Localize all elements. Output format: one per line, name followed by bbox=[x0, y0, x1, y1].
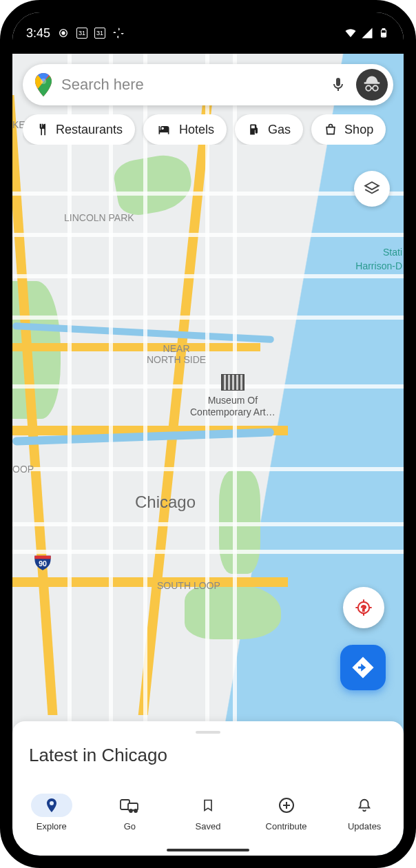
map-label-near-north: NEAR NORTH SIDE bbox=[147, 343, 206, 365]
svg-point-8 bbox=[373, 85, 378, 91]
explore-pin-icon bbox=[43, 797, 60, 814]
bookmark-icon bbox=[201, 797, 215, 814]
commute-icon bbox=[120, 797, 139, 814]
bell-icon bbox=[357, 797, 372, 814]
svg-text:90: 90 bbox=[39, 559, 47, 568]
mic-button[interactable] bbox=[324, 71, 352, 99]
calendar-icon: 31 bbox=[76, 28, 87, 39]
layers-icon bbox=[363, 180, 381, 198]
maps-logo-icon bbox=[35, 73, 52, 96]
directions-icon bbox=[351, 656, 375, 679]
wifi-icon bbox=[344, 27, 357, 39]
sheet-handle[interactable] bbox=[196, 731, 220, 734]
nav-go[interactable]: Go bbox=[102, 794, 157, 831]
nav-updates[interactable]: Updates bbox=[337, 794, 392, 831]
svg-point-14 bbox=[134, 809, 137, 812]
chip-hotels[interactable]: Hotels bbox=[143, 114, 227, 145]
search-input[interactable]: Search here bbox=[61, 76, 324, 94]
map-label-city: Chicago bbox=[135, 493, 196, 512]
chip-shopping[interactable]: Shop bbox=[311, 114, 386, 145]
layers-button[interactable] bbox=[354, 171, 390, 207]
chip-restaurants[interactable]: Restaurants bbox=[23, 114, 135, 145]
map-label-lincoln-park: LINCOLN PARK bbox=[64, 212, 134, 223]
map-label-harrison: Harrison-D bbox=[355, 260, 402, 271]
nav-label: Go bbox=[124, 821, 136, 831]
battery-icon bbox=[377, 27, 390, 39]
mic-icon bbox=[330, 76, 346, 93]
category-chips: Restaurants Hotels Gas Shop bbox=[23, 114, 404, 145]
pinwheel-icon bbox=[112, 27, 125, 39]
chip-label: Shop bbox=[344, 123, 373, 137]
map-label-loop: OOP bbox=[12, 464, 34, 475]
nav-explore[interactable]: Explore bbox=[24, 794, 79, 831]
bottom-sheet[interactable]: Latest in Chicago bbox=[12, 721, 404, 787]
calendar-icon-2: 31 bbox=[94, 28, 105, 39]
nav-label: Explore bbox=[37, 821, 67, 831]
chip-gas[interactable]: Gas bbox=[235, 114, 303, 145]
hotel-icon bbox=[156, 123, 172, 136]
chip-label: Gas bbox=[268, 123, 291, 137]
locate-button[interactable]: ? bbox=[343, 587, 384, 628]
svg-point-7 bbox=[366, 85, 371, 91]
building-icon bbox=[221, 374, 245, 391]
nav-contribute[interactable]: Contribute bbox=[259, 794, 314, 831]
restaurant-icon bbox=[35, 123, 49, 136]
poi-museum-label: Museum Of Contemporary Art… bbox=[190, 395, 275, 418]
svg-rect-4 bbox=[382, 33, 386, 37]
bottom-nav: Explore Go Saved Contribute Updates bbox=[12, 787, 404, 856]
interstate-shield-icon: 90 bbox=[33, 552, 52, 575]
screen: 3:45 31 31 bbox=[12, 12, 404, 856]
svg-point-1 bbox=[62, 32, 65, 34]
map-label-station: Stati bbox=[383, 247, 402, 258]
gesture-handle[interactable] bbox=[167, 849, 249, 851]
gas-icon bbox=[247, 123, 261, 136]
search-bar[interactable]: Search here bbox=[23, 64, 393, 105]
dot-circle-icon bbox=[57, 27, 70, 39]
shopping-icon bbox=[324, 123, 337, 136]
directions-button[interactable] bbox=[340, 645, 386, 690]
svg-point-6 bbox=[41, 79, 46, 84]
nav-label: Contribute bbox=[266, 821, 307, 831]
chip-label: Hotels bbox=[179, 123, 214, 137]
svg-text:?: ? bbox=[361, 603, 366, 612]
status-time: 3:45 bbox=[26, 26, 50, 41]
incognito-icon bbox=[362, 74, 382, 95]
sheet-title: Latest in Chicago bbox=[29, 745, 387, 766]
cell-signal-icon bbox=[361, 27, 373, 39]
profile-incognito-button[interactable] bbox=[356, 69, 388, 101]
nav-saved[interactable]: Saved bbox=[180, 794, 236, 831]
nav-label: Saved bbox=[196, 821, 221, 831]
svg-point-13 bbox=[129, 809, 132, 812]
chip-label: Restaurants bbox=[56, 123, 123, 137]
crosshair-icon: ? bbox=[354, 598, 373, 617]
status-bar: 3:45 31 31 bbox=[12, 12, 404, 54]
plus-circle-icon bbox=[278, 797, 295, 814]
map-label-south-loop: SOUTH LOOP bbox=[157, 580, 220, 591]
poi-museum[interactable]: Museum Of Contemporary Art… bbox=[190, 374, 275, 418]
nav-label: Updates bbox=[348, 821, 381, 831]
svg-rect-3 bbox=[382, 29, 385, 30]
